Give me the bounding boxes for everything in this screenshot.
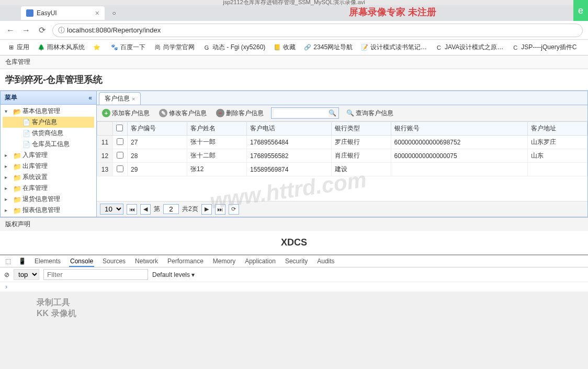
console-prompt[interactable]: › (0, 282, 588, 292)
next-page-button[interactable]: ▶ (201, 204, 212, 215)
tree-toggle-icon[interactable]: ▸ (5, 196, 12, 202)
bookmark-icon: C (435, 44, 443, 51)
page-size-select[interactable]: 10 (100, 204, 123, 215)
inspect-icon[interactable]: ⬚ (5, 258, 11, 265)
tree-label: 供货商信息 (32, 129, 63, 138)
rownum-header (97, 122, 113, 136)
forward-button[interactable]: → (21, 25, 31, 36)
delete-customer-button[interactable]: − 删除客户信息 (214, 108, 266, 119)
cell-addr: 山东罗庄 (527, 136, 587, 149)
devtools-tab[interactable]: Audits (316, 256, 335, 266)
tree-node[interactable]: ▸退货信息管理 (3, 194, 94, 205)
bookmark-item[interactable]: CJAVA设计模式之原… (432, 41, 506, 53)
search-icon[interactable]: 🔍 (329, 109, 336, 117)
row-number: 11 (97, 136, 113, 149)
edit-customer-button[interactable]: ✎ 修改客户信息 (157, 108, 209, 119)
new-tab-button[interactable]: ○ (108, 7, 120, 19)
devtools-tab[interactable]: Console (69, 256, 94, 267)
tree-node[interactable]: ▸在库管理 (3, 183, 94, 194)
search-box[interactable]: 🔍 (271, 107, 339, 119)
tree-toggle-icon[interactable]: ▸ (5, 152, 12, 158)
column-header[interactable]: 银行类型 (331, 122, 391, 136)
column-header[interactable]: 客户地址 (527, 122, 587, 136)
add-customer-button[interactable]: + 添加客户信息 (100, 108, 152, 119)
tree-node[interactable]: 客户信息 (3, 117, 94, 128)
bookmark-item[interactable]: 📒收藏 (270, 41, 299, 53)
row-checkbox[interactable] (113, 136, 128, 149)
devtools-tab[interactable]: Memory (212, 256, 236, 266)
devtools-tab[interactable]: Application (244, 256, 277, 266)
back-button[interactable]: ← (5, 25, 16, 36)
console-filter[interactable] (43, 269, 148, 280)
tree-node[interactable]: ▸系统设置 (3, 172, 94, 183)
tree-node[interactable]: ▸出库管理 (3, 161, 94, 172)
collapse-sidebar-icon[interactable]: « (88, 94, 92, 102)
file-icon (22, 141, 31, 148)
context-select[interactable]: top (14, 269, 39, 280)
tree-toggle-icon[interactable]: ▸ (5, 163, 12, 169)
table-row[interactable]: 13 29 张12 15589569874 建设 (97, 163, 587, 176)
tree-toggle-icon[interactable]: ▸ (5, 207, 12, 213)
query-customer-button[interactable]: 🔍 查询客户信息 (344, 108, 395, 119)
bookmark-bar: ⊞应用🌲雨林木风系统⭐🐾百度一下尚尚学堂官网G动态 - Fgi (xy5260)… (0, 40, 588, 55)
column-header[interactable]: 银行账号 (391, 122, 527, 136)
row-checkbox[interactable] (113, 163, 128, 176)
tree-toggle-icon[interactable]: ▸ (5, 185, 12, 191)
table-row[interactable]: 11 27 张十一郎 17689556484 罗庄银行 600000000000… (97, 136, 587, 149)
bookmark-icon: 📝 (361, 44, 368, 51)
bookmark-item[interactable]: 📝设计模式读书笔记… (358, 41, 430, 53)
device-icon[interactable]: 📱 (18, 258, 26, 265)
close-tab-icon[interactable]: × (132, 96, 135, 102)
url-text: localhost:8080/Repertory/index (67, 26, 161, 34)
column-header[interactable]: 客户编号 (128, 122, 187, 136)
devtools-tab[interactable]: Sources (101, 256, 127, 266)
site-info-icon[interactable]: ⓘ (58, 26, 65, 35)
sidebar-title: 菜单 (5, 93, 17, 102)
bookmark-icon: 尚 (154, 44, 161, 51)
row-checkbox[interactable] (113, 149, 128, 163)
tree-label: 仓库员工信息 (32, 140, 70, 149)
devtools-tab[interactable]: Performance (166, 256, 205, 266)
bookmark-label: 百度一下 (120, 43, 145, 52)
bookmark-item[interactable]: ⊞应用 (4, 41, 32, 53)
search-input[interactable] (274, 109, 329, 117)
cell-bank: 肖庄银行 (331, 149, 391, 163)
last-page-button[interactable]: ⏭ (215, 204, 225, 215)
bookmark-item[interactable]: 🔗2345网址导航 (301, 41, 356, 53)
reload-button[interactable]: ⟳ (37, 25, 47, 36)
log-levels[interactable]: Default levels ▾ (152, 271, 195, 278)
tab-close-icon[interactable]: × (95, 9, 99, 17)
bookmark-item[interactable]: CJSP----jQuery插件C (508, 41, 580, 53)
column-header[interactable]: 客户电话 (247, 122, 332, 136)
clear-console-icon[interactable]: ⊘ (4, 271, 9, 278)
tree-node[interactable]: ▸报表信息管理 (3, 205, 94, 216)
tree-node[interactable]: ▸入库管理 (3, 150, 94, 161)
bookmark-item[interactable]: ⭐ (90, 42, 106, 53)
bookmark-item[interactable]: G动态 - Fgi (xy5260) (200, 41, 268, 53)
bookmark-item[interactable]: 尚尚学堂官网 (151, 41, 198, 53)
devtools-tabs: ⬚ 📱 ElementsConsoleSourcesNetworkPerform… (0, 255, 588, 267)
tree-node[interactable]: ▾基本信息管理 (3, 106, 94, 117)
tree-node[interactable]: 供货商信息 (3, 128, 94, 139)
tab-customer-info[interactable]: 客户信息 × (99, 92, 141, 105)
tree-toggle-icon[interactable]: ▸ (5, 174, 12, 180)
address-bar[interactable]: ⓘ localhost:8080/Repertory/index (52, 24, 583, 37)
devtools-tab[interactable]: Security (284, 256, 309, 266)
devtools-tab[interactable]: Network (134, 256, 159, 266)
tree-label: 系统设置 (22, 173, 48, 182)
browser-tab[interactable]: EasyUI × (21, 6, 105, 20)
checkbox-header[interactable] (113, 122, 128, 136)
prev-page-button[interactable]: ◀ (140, 204, 151, 215)
devtools-tab[interactable]: Elements (33, 256, 62, 266)
table-row[interactable]: 12 28 张十二郎 17689556582 肖庄银行 600000000000… (97, 149, 587, 163)
cell-acct (391, 163, 527, 176)
bookmark-label: 设计模式读书笔记… (370, 43, 427, 52)
page-input[interactable] (163, 204, 179, 214)
refresh-button[interactable]: ⟳ (229, 204, 239, 215)
bookmark-item[interactable]: 🐾百度一下 (108, 41, 149, 53)
column-header[interactable]: 客户姓名 (187, 122, 247, 136)
bookmark-item[interactable]: 🌲雨林木风系统 (35, 41, 88, 53)
first-page-button[interactable]: ⏮ (127, 204, 137, 215)
tree-toggle-icon[interactable]: ▾ (5, 108, 12, 114)
tree-node[interactable]: 仓库员工信息 (3, 139, 94, 150)
